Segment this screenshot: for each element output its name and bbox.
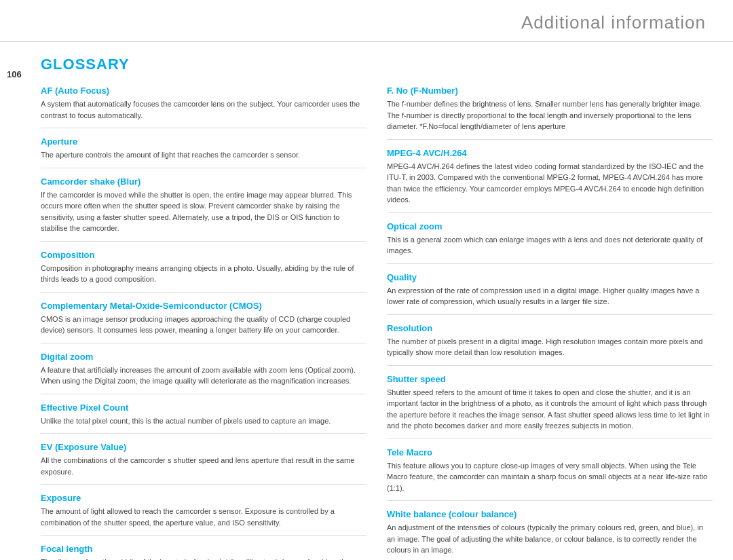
content-area: 106 GLOSSARY AF (Auto Focus)A system tha… (0, 42, 733, 560)
glossary-entry: AF (Auto Focus)A system that automatical… (41, 86, 366, 128)
entry-definition: The f-number defines the brightness of l… (387, 98, 713, 132)
entry-term: Digital zoom (41, 352, 366, 362)
entry-term: Optical zoom (387, 221, 713, 231)
glossary-entry: QualityAn expression of the rate of comp… (387, 272, 713, 315)
entry-term: Resolution (387, 323, 713, 333)
entry-definition: If the camcorder is moved while the shut… (41, 189, 366, 234)
page-number-margin: 106 (0, 42, 34, 560)
entry-definition: The amount of light allowed to reach the… (41, 506, 366, 528)
glossary-entry: Effective Pixel CountUnlike the total pi… (41, 403, 366, 434)
glossary-entry: CompositionComposition in photography me… (41, 250, 366, 293)
entry-term: MPEG-4 AVC/H.264 (387, 148, 713, 158)
glossary-entry: White balance (colour balance)An adjustm… (387, 509, 713, 560)
entry-definition: A system that automatically focuses the … (41, 98, 366, 121)
glossary-entry: Digital zoomA feature that artificially … (41, 352, 366, 394)
glossary-title: GLOSSARY (41, 56, 713, 73)
entry-definition: All the combinations of the camcorder s … (41, 455, 366, 477)
glossary-entry: Complementary Metal-Oxide-Semiconductor … (41, 301, 366, 343)
entry-definition: Shutter speed refers to the amount of ti… (387, 387, 713, 432)
entry-term: White balance (colour balance) (387, 509, 713, 519)
page-number: 106 (7, 69, 34, 79)
glossary-entry: EV (Exposure Value)All the combinations … (41, 442, 366, 485)
right-column: F. No (F-Number)The f-number defines the… (387, 86, 713, 560)
entry-term: Shutter speed (387, 374, 713, 384)
entry-definition: The aperture controls the amount of ligh… (41, 149, 366, 161)
entry-definition: MPEG-4 AVC/H.264 defines the latest vide… (387, 161, 713, 206)
entry-term: EV (Exposure Value) (41, 442, 366, 452)
glossary-entry: ApertureThe aperture controls the amount… (41, 136, 366, 168)
glossary-entry: Optical zoomThis is a general zoom which… (387, 221, 713, 264)
entry-term: Focal length (41, 544, 366, 554)
entry-term: Quality (387, 272, 713, 282)
glossary-entry: Tele MacroThis feature allows you to cap… (387, 447, 713, 502)
page-wrapper: Additional information 106 GLOSSARY AF (… (0, 0, 733, 560)
entry-definition: Unlike the total pixel count, this is th… (41, 415, 366, 427)
entry-definition: CMOS is an image sensor producing images… (41, 314, 366, 336)
entry-term: Exposure (41, 493, 366, 503)
entry-term: Tele Macro (387, 447, 713, 458)
entry-definition: A feature that artificially increases th… (41, 365, 366, 387)
entry-definition: Composition in photography means arrangi… (41, 263, 366, 285)
entry-definition: This is a general zoom which can enlarge… (387, 234, 713, 257)
glossary-entry: MPEG-4 AVC/H.264MPEG-4 AVC/H.264 defines… (387, 148, 713, 213)
entry-definition: The distance from the middle of the lens… (41, 557, 366, 560)
entry-term: Effective Pixel Count (41, 403, 366, 413)
entry-definition: This feature allows you to capture close… (387, 460, 713, 494)
entry-term: Complementary Metal-Oxide-Semiconductor … (41, 301, 366, 311)
left-column: AF (Auto Focus)A system that automatical… (41, 86, 366, 560)
entry-term: AF (Auto Focus) (41, 86, 366, 96)
glossary-entry: Focal lengthThe distance from the middle… (41, 544, 366, 560)
main-content: GLOSSARY AF (Auto Focus)A system that au… (34, 42, 733, 560)
glossary-entry: ResolutionThe number of pixels present i… (387, 323, 713, 366)
entry-definition: An expression of the rate of compression… (387, 285, 713, 307)
glossary-entry: ExposureThe amount of light allowed to r… (41, 493, 366, 536)
glossary-entry: F. No (F-Number)The f-number defines the… (387, 86, 713, 140)
entry-definition: An adjustment of the intensities of colo… (387, 522, 713, 556)
entry-term: Composition (41, 250, 366, 260)
glossary-entry: Camcorder shake (Blur)If the camcorder i… (41, 176, 366, 242)
entry-term: Aperture (41, 136, 366, 147)
glossary-entry: Shutter speedShutter speed refers to the… (387, 374, 713, 439)
header-bar: Additional information (0, 0, 733, 42)
entry-term: F. No (F-Number) (387, 86, 713, 96)
entry-term: Camcorder shake (Blur) (41, 176, 366, 187)
entry-definition: The number of pixels present in a digita… (387, 336, 713, 358)
page-title: Additional information (521, 12, 706, 33)
two-column-layout: AF (Auto Focus)A system that automatical… (41, 86, 713, 560)
